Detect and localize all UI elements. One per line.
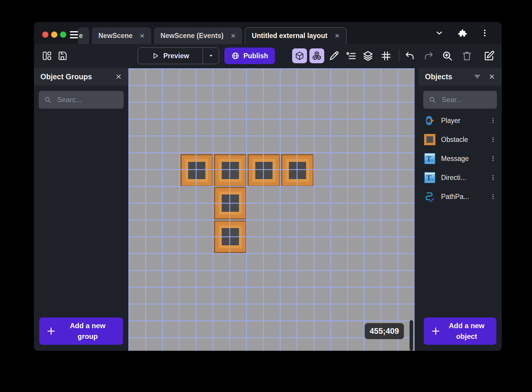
add-group-label: Add a new group <box>56 320 119 342</box>
3d-box-icon <box>295 51 305 61</box>
tab-e[interactable]: e <box>78 27 89 44</box>
kebab-menu-icon[interactable] <box>490 174 496 181</box>
obstacle-block[interactable] <box>248 154 280 187</box>
object-groups-panel: Object Groups Add a new group <box>34 68 128 351</box>
player-icon <box>424 115 436 127</box>
plus-icon <box>46 326 56 336</box>
panels-layout-icon[interactable] <box>41 50 53 62</box>
rename-edit-icon[interactable] <box>483 50 495 62</box>
dropdown-caret-icon <box>208 53 214 59</box>
undo-icon[interactable] <box>404 50 415 62</box>
traffic-lights <box>42 31 66 38</box>
plus-icon <box>431 326 440 336</box>
pencil-edit-icon[interactable] <box>328 50 340 62</box>
object-item-obstacle[interactable]: Obstacle <box>418 130 502 149</box>
object-groups-title: Object Groups <box>40 72 92 81</box>
obstacle-block[interactable] <box>214 154 247 187</box>
kebab-menu-icon[interactable] <box>490 117 496 124</box>
puzzle-extensions-icon[interactable] <box>458 29 467 39</box>
cubes-icon <box>311 50 322 61</box>
obstacle-block[interactable] <box>180 154 213 187</box>
add-group-button[interactable]: Add a new group <box>39 317 123 345</box>
preview-button[interactable]: Preview <box>138 48 219 64</box>
trash-icon[interactable] <box>461 50 473 62</box>
object-item-pathpa[interactable]: PathPa... <box>418 187 502 206</box>
kebab-menu-icon[interactable] <box>480 29 489 39</box>
minimize-window-button[interactable] <box>51 31 57 38</box>
play-icon <box>152 52 159 60</box>
tab-label: NewScene (Events) <box>160 32 223 40</box>
toolbar: Preview Publish <box>34 44 502 68</box>
object-label: Message <box>441 155 484 163</box>
close-panel-icon[interactable] <box>489 73 495 80</box>
objects-search-input[interactable] <box>441 95 492 104</box>
tab-label: Untitled external layout <box>252 32 327 40</box>
object-groups-searchbox[interactable] <box>39 91 124 109</box>
object-groups-header: Object Groups <box>34 68 128 86</box>
tab-untitled-external-layout[interactable]: Untitled external layout <box>245 27 346 44</box>
publish-button[interactable]: Publish <box>224 48 275 64</box>
objects-title: Objects <box>425 72 452 81</box>
path-paint-icon <box>424 191 436 203</box>
tab-newscene-events[interactable]: NewScene (Events) <box>154 27 242 44</box>
preview-dropdown-button[interactable] <box>203 48 219 64</box>
object-item-directi[interactable]: TxDirecti... <box>418 168 502 187</box>
instances-list-icon[interactable] <box>345 50 357 62</box>
tab-close-icon[interactable] <box>231 33 236 38</box>
maximize-window-button[interactable] <box>60 31 66 38</box>
add-object-button[interactable]: Add a new object <box>424 317 496 345</box>
obstacle-block[interactable] <box>214 187 247 219</box>
tab-label: e <box>79 32 83 40</box>
object-groups-list <box>34 111 128 317</box>
object-groups-search-input[interactable] <box>56 95 118 104</box>
cursor-coordinates-badge: 455;409 <box>365 323 404 339</box>
publish-label: Publish <box>243 52 268 60</box>
objects-list: PlayerObstacleTxMessageTxDirecti...PathP… <box>418 111 502 317</box>
tab-close-icon[interactable] <box>140 33 145 38</box>
toolbar-divider <box>399 49 399 62</box>
kebab-menu-icon[interactable] <box>490 136 496 143</box>
tab-label: NewScene <box>98 32 133 40</box>
grid-icon[interactable] <box>380 50 392 62</box>
obstacle-block[interactable] <box>214 220 247 253</box>
obstacle-block[interactable] <box>281 154 314 187</box>
app-window: eNewSceneNewScene (Events)Untitled exter… <box>34 22 502 351</box>
tab-newscene[interactable]: NewScene <box>92 27 151 44</box>
object-item-player[interactable]: Player <box>418 111 502 130</box>
canvas-vertical-scrollbar[interactable] <box>410 320 413 351</box>
titlebar: eNewSceneNewScene (Events)Untitled exter… <box>34 22 502 44</box>
chevron-down-icon[interactable] <box>435 29 444 39</box>
search-icon <box>44 96 52 104</box>
object-label: Obstacle <box>441 136 484 144</box>
preview-label: Preview <box>163 52 189 60</box>
save-icon[interactable] <box>56 50 68 62</box>
objects-panel: Objects PlayerObstacleTxMessageTxDirecti… <box>418 68 502 351</box>
instances-panel-toggle-button[interactable] <box>309 48 324 63</box>
zoom-in-icon[interactable] <box>441 50 453 62</box>
kebab-menu-icon[interactable] <box>490 193 496 200</box>
obstacle-icon <box>424 134 436 146</box>
objects-searchbox[interactable] <box>423 91 497 109</box>
objects-panel-toggle-button[interactable] <box>292 48 307 63</box>
layers-icon[interactable] <box>362 50 374 62</box>
globe-icon <box>231 52 240 60</box>
object-label: Player <box>441 117 484 125</box>
hamburger-menu-icon[interactable] <box>70 31 79 38</box>
scene-canvas[interactable]: 455;409 <box>128 68 415 351</box>
grid-overlay <box>128 68 415 351</box>
add-object-label: Add a new object <box>440 320 493 342</box>
tab-strip: eNewSceneNewScene (Events)Untitled exter… <box>78 27 347 44</box>
search-icon <box>429 96 436 104</box>
redo-icon[interactable] <box>423 50 435 62</box>
object-label: Directi... <box>441 174 484 182</box>
preview-button-main[interactable]: Preview <box>138 48 203 64</box>
object-label: PathPa... <box>441 193 484 201</box>
kebab-menu-icon[interactable] <box>490 155 496 162</box>
object-item-message[interactable]: TxMessage <box>418 149 502 168</box>
tab-close-icon[interactable] <box>335 33 340 38</box>
text-object-icon: Tx <box>424 172 436 184</box>
close-panel-icon[interactable] <box>115 73 122 80</box>
close-window-button[interactable] <box>42 31 48 38</box>
text-object-icon: Tx <box>424 153 436 165</box>
filter-icon[interactable] <box>474 73 481 80</box>
